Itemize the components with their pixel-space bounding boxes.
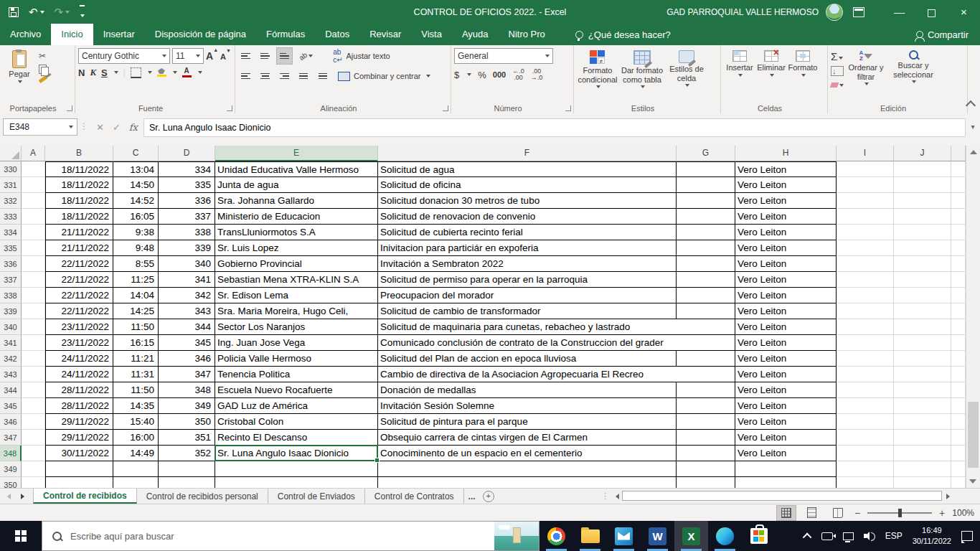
cell[interactable]: Vero Leiton xyxy=(735,193,837,209)
bold-button[interactable]: N xyxy=(78,67,85,78)
cell[interactable]: Vero Leiton xyxy=(735,177,837,193)
cell[interactable] xyxy=(677,240,735,256)
cell[interactable]: Vero Leiton xyxy=(735,367,837,382)
cell[interactable] xyxy=(951,382,966,398)
cell[interactable]: Cambio de directiva de la Asociacion Agr… xyxy=(378,367,735,382)
cell[interactable] xyxy=(894,256,951,272)
cell[interactable] xyxy=(677,461,735,477)
increase-indent-icon[interactable] xyxy=(316,68,331,84)
cell[interactable] xyxy=(951,351,966,367)
cell[interactable]: Sr. Edison Lema xyxy=(215,288,378,303)
meet-now-icon[interactable] xyxy=(821,532,833,540)
cell[interactable]: Vero Leiton xyxy=(735,161,837,177)
cell[interactable] xyxy=(378,477,677,488)
cell[interactable]: 15:40 xyxy=(113,414,159,430)
zoom-in-button[interactable]: + xyxy=(939,507,945,519)
tab-archivo[interactable]: Archivo xyxy=(0,24,51,45)
cell[interactable] xyxy=(837,430,894,446)
row-header[interactable]: 335 xyxy=(0,240,22,256)
cell[interactable] xyxy=(677,225,735,240)
cell[interactable]: Vero Leiton xyxy=(735,446,837,461)
tell-me-search[interactable]: ¿Qué desea hacer? xyxy=(575,24,671,45)
cell[interactable]: 344 xyxy=(159,319,215,335)
normal-view-button[interactable] xyxy=(777,506,796,520)
cell[interactable]: Vero Leiton xyxy=(735,288,837,303)
cell[interactable]: Vero Leiton xyxy=(735,398,837,414)
taskbar-store[interactable] xyxy=(742,521,776,551)
row-header[interactable]: 350 xyxy=(0,477,22,488)
row-header[interactable]: 346 xyxy=(0,414,22,430)
cell[interactable] xyxy=(22,446,45,461)
cell[interactable] xyxy=(951,461,966,477)
cell[interactable] xyxy=(677,209,735,225)
borders-icon[interactable] xyxy=(131,67,141,78)
conditional-formatting-button[interactable]: ≠ Formato condicional xyxy=(577,48,618,102)
cell[interactable] xyxy=(113,461,159,477)
font-dialog-launcher[interactable] xyxy=(227,105,232,111)
row-header[interactable]: 332 xyxy=(0,193,22,209)
cell[interactable]: Invitación Sesión Solemne xyxy=(378,398,677,414)
cell[interactable] xyxy=(894,367,951,382)
cell[interactable] xyxy=(894,225,951,240)
cell[interactable] xyxy=(837,335,894,351)
cell[interactable]: Vero Leiton xyxy=(735,382,837,398)
cell[interactable] xyxy=(837,161,894,177)
action-center-icon[interactable] xyxy=(961,531,973,541)
cell[interactable]: Inivitacion para particiár en expoferia xyxy=(378,240,677,256)
sheet-tab-control-de-contratos[interactable]: Control de Contratos xyxy=(365,489,464,504)
cell[interactable]: 21/11/2022 xyxy=(45,225,113,240)
increase-decimal-icon[interactable]: ←.0.00 xyxy=(512,68,524,81)
cell[interactable]: 11:31 xyxy=(113,367,159,382)
cell[interactable]: Solicitud de oficina xyxy=(378,177,677,193)
cell[interactable] xyxy=(894,161,951,177)
cell[interactable] xyxy=(45,477,113,488)
cell[interactable] xyxy=(22,209,45,225)
format-as-table-button[interactable]: Dar formato como tabla xyxy=(618,48,666,102)
sheet-nav-right-icon[interactable] xyxy=(21,494,24,499)
sort-filter-button[interactable]: AZ Ordenar y filtrar xyxy=(844,48,888,102)
cell[interactable] xyxy=(894,430,951,446)
row-header[interactable]: 343 xyxy=(0,367,22,382)
align-center-icon[interactable] xyxy=(258,68,273,84)
minimize-button[interactable]: — xyxy=(883,0,915,24)
cell[interactable] xyxy=(837,398,894,414)
select-all-corner[interactable] xyxy=(0,146,22,161)
cell[interactable] xyxy=(951,209,966,225)
cell[interactable] xyxy=(837,382,894,398)
cell[interactable] xyxy=(677,177,735,193)
cell[interactable] xyxy=(22,398,45,414)
cell[interactable] xyxy=(894,398,951,414)
cell[interactable] xyxy=(837,193,894,209)
tab-formulas[interactable]: Fórmulas xyxy=(256,24,315,45)
cell[interactable] xyxy=(837,256,894,272)
tab-revisar[interactable]: Revisar xyxy=(359,24,411,45)
paste-button[interactable]: Pegar xyxy=(3,48,36,102)
cell[interactable]: 29/11/2022 xyxy=(45,430,113,446)
cell[interactable] xyxy=(894,446,951,461)
align-left-icon[interactable] xyxy=(238,68,253,84)
start-button[interactable] xyxy=(0,521,42,551)
cell[interactable]: Vero Leiton xyxy=(735,414,837,430)
cell[interactable]: 18/11/2022 xyxy=(45,177,113,193)
cell[interactable]: Solicitud del Plan de accion en epoca ll… xyxy=(378,351,677,367)
cell[interactable]: 352 xyxy=(159,446,215,461)
cell[interactable] xyxy=(677,161,735,177)
cell[interactable] xyxy=(894,335,951,351)
tab-datos[interactable]: Datos xyxy=(315,24,359,45)
column-header-g[interactable]: G xyxy=(677,146,735,161)
cell[interactable]: Policia Valle Hermoso xyxy=(215,351,378,367)
ribbon-display-options-icon[interactable] xyxy=(853,7,864,17)
cell[interactable]: Cristobal Colon xyxy=(215,414,378,430)
column-header-c[interactable]: C xyxy=(113,146,159,161)
cell[interactable] xyxy=(894,272,951,288)
cell[interactable] xyxy=(894,240,951,256)
cell[interactable]: Solicitud de permiso para operar en la p… xyxy=(378,272,677,288)
restore-button[interactable] xyxy=(915,0,948,24)
collapse-ribbon-icon[interactable] xyxy=(966,100,976,110)
cell[interactable]: 345 xyxy=(159,335,215,351)
cut-icon[interactable]: ✂ xyxy=(39,51,47,61)
cell[interactable] xyxy=(677,430,735,446)
column-header-e[interactable]: E xyxy=(215,146,378,161)
currency-icon[interactable]: $ xyxy=(454,70,459,80)
cell[interactable]: 16:15 xyxy=(113,335,159,351)
